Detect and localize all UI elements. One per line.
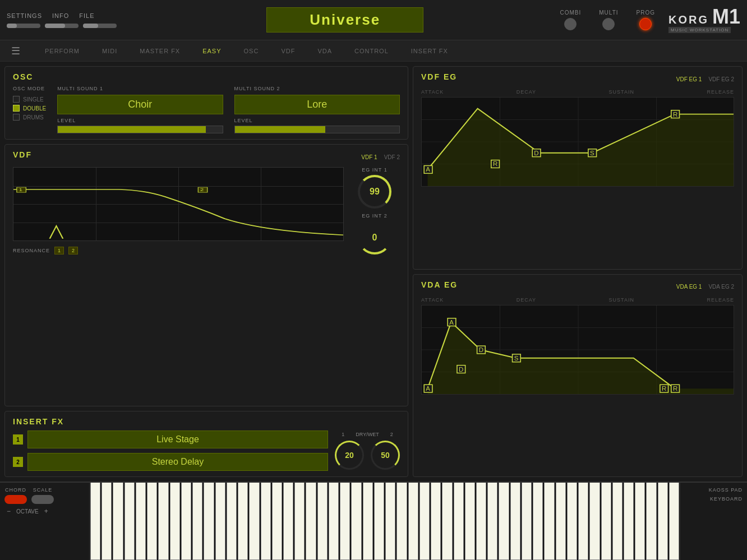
nav-tab-osc[interactable]: OSC: [235, 45, 268, 57]
vdf-eg-tab1[interactable]: VDF EG 1: [676, 76, 702, 82]
nav-tab-midi[interactable]: MIDI: [93, 45, 126, 57]
vdf-eg-tab2[interactable]: VDF EG 2: [708, 76, 734, 82]
osc-mode-double[interactable]: DOUBLE: [13, 105, 46, 112]
vda-eg-tab1[interactable]: VDA EG 1: [676, 284, 702, 290]
sound1-name[interactable]: Choir: [57, 95, 223, 114]
white-key-24[interactable]: [363, 483, 373, 560]
preset-name[interactable]: Universe: [266, 7, 423, 33]
white-key-32[interactable]: [454, 483, 464, 560]
white-key-20[interactable]: [317, 483, 328, 560]
double-checkbox[interactable]: [13, 105, 20, 112]
white-key-1[interactable]: [102, 483, 112, 560]
res-btn-1[interactable]: 1: [54, 247, 64, 254]
keys-area[interactable]: const keysArea = document.querySelector(…: [90, 483, 680, 560]
white-key-39[interactable]: [533, 483, 543, 560]
white-key-44[interactable]: [589, 483, 600, 560]
file-menu[interactable]: FILE: [79, 12, 94, 19]
settings-menu[interactable]: SETTINGS: [7, 12, 42, 19]
nav-tab-control[interactable]: CONTROL: [345, 45, 398, 57]
fx2-name[interactable]: Stereo Delay: [27, 453, 328, 471]
octave-minus[interactable]: −: [4, 507, 13, 515]
osc-mode-single[interactable]: SINGLE: [13, 96, 46, 103]
white-key-5[interactable]: [147, 483, 157, 560]
white-key-41[interactable]: [556, 483, 566, 560]
white-key-21[interactable]: [329, 483, 339, 560]
combi-button[interactable]: [564, 18, 577, 30]
multi-mode[interactable]: MULTI: [599, 10, 618, 30]
white-key-18[interactable]: [294, 483, 305, 560]
white-key-13[interactable]: [238, 483, 248, 560]
white-key-11[interactable]: [215, 483, 225, 560]
vdf-tab-2[interactable]: VDF 2: [384, 154, 400, 160]
white-key-7[interactable]: [170, 483, 180, 560]
fx1-name[interactable]: Live Stage: [27, 431, 328, 448]
info-menu[interactable]: INFO: [52, 12, 69, 19]
nav-tab-easy[interactable]: EASY: [193, 45, 230, 57]
white-key-33[interactable]: [465, 483, 475, 560]
white-keys[interactable]: const keysArea = document.querySelector(…: [90, 483, 680, 560]
white-key-3[interactable]: [125, 483, 135, 560]
white-key-27[interactable]: [396, 483, 407, 560]
white-key-38[interactable]: [522, 483, 532, 560]
white-key-34[interactable]: [476, 483, 486, 560]
white-key-51[interactable]: [669, 483, 679, 560]
chord-button[interactable]: [4, 495, 27, 504]
white-key-40[interactable]: [544, 483, 554, 560]
white-key-14[interactable]: [249, 483, 259, 560]
multi-button[interactable]: [602, 18, 615, 30]
white-key-35[interactable]: [487, 483, 497, 560]
white-key-31[interactable]: [442, 483, 452, 560]
white-key-49[interactable]: [646, 483, 656, 560]
nav-tab-masterfx[interactable]: MASTER FX: [131, 45, 189, 57]
white-key-37[interactable]: [510, 483, 520, 560]
hamburger-menu[interactable]: ☰: [11, 45, 20, 57]
combi-mode[interactable]: COMBI: [560, 10, 581, 30]
sound2-name[interactable]: Lore: [234, 95, 400, 114]
white-key-4[interactable]: [136, 483, 146, 560]
white-key-22[interactable]: [340, 483, 350, 560]
white-key-8[interactable]: [181, 483, 191, 560]
white-key-9[interactable]: [192, 483, 202, 560]
white-key-36[interactable]: [499, 483, 509, 560]
drywet-knob2[interactable]: 50: [371, 441, 400, 470]
prog-button[interactable]: [639, 18, 652, 30]
white-key-25[interactable]: [374, 483, 384, 560]
white-key-10[interactable]: [204, 483, 214, 560]
white-key-17[interactable]: [283, 483, 293, 560]
vda-eg-tab2[interactable]: VDA EG 2: [708, 284, 734, 290]
white-key-47[interactable]: [624, 483, 634, 560]
prog-mode[interactable]: PROG: [637, 10, 655, 30]
white-key-15[interactable]: [261, 483, 271, 560]
white-key-6[interactable]: [158, 483, 168, 560]
white-key-19[interactable]: [306, 483, 316, 560]
white-key-2[interactable]: [113, 483, 123, 560]
drywet-knob1[interactable]: 20: [335, 441, 364, 470]
white-key-23[interactable]: [351, 483, 361, 560]
nav-tab-vdf[interactable]: VDF: [272, 45, 304, 57]
white-key-16[interactable]: [272, 483, 282, 560]
res-btn-2[interactable]: 2: [68, 247, 78, 254]
sound2-level-bar[interactable]: [234, 126, 400, 133]
white-key-42[interactable]: [567, 483, 577, 560]
nav-tab-vda[interactable]: VDA: [308, 45, 341, 57]
osc-mode-drums[interactable]: DRUMS: [13, 114, 46, 121]
eg-int1-knob[interactable]: 99: [358, 175, 391, 209]
white-key-50[interactable]: [658, 483, 668, 560]
octave-plus[interactable]: +: [42, 507, 50, 515]
vdf-tab-1[interactable]: VDF 1: [361, 154, 377, 160]
nav-tab-perform[interactable]: PERFORM: [36, 45, 89, 57]
white-key-48[interactable]: [635, 483, 645, 560]
white-key-46[interactable]: [612, 483, 622, 560]
white-key-45[interactable]: [601, 483, 611, 560]
single-checkbox[interactable]: [13, 96, 20, 103]
nav-tab-insertfx[interactable]: INSERT FX: [402, 45, 457, 57]
white-key-28[interactable]: [408, 483, 418, 560]
scale-button[interactable]: [31, 495, 54, 504]
sound1-level-bar[interactable]: [57, 126, 223, 133]
white-key-43[interactable]: [578, 483, 588, 560]
white-key-0[interactable]: [90, 483, 100, 560]
white-key-26[interactable]: [385, 483, 395, 560]
white-key-29[interactable]: [419, 483, 430, 560]
drums-checkbox[interactable]: [13, 114, 20, 121]
white-key-30[interactable]: [431, 483, 441, 560]
